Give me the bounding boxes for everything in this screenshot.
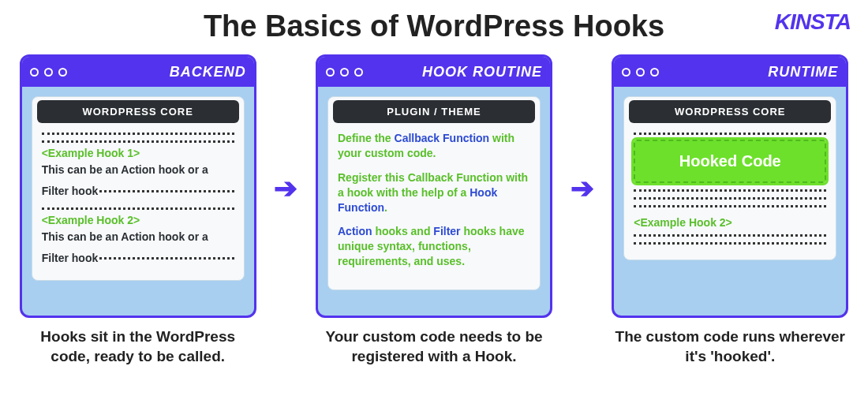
hook-desc-tail: Filter hook (42, 251, 99, 266)
code-line (634, 188, 826, 192)
arrow-right-icon: ➔ (274, 172, 297, 205)
page-title: The Basics of WordPress Hooks (0, 0, 868, 43)
window-body: WORDPRESS CORE <Example Hook 1> This can… (22, 87, 254, 316)
routine-line-2: Register this Callback Function with a h… (338, 170, 530, 215)
brand-logo: KINSTA (775, 9, 851, 35)
titlebar-runtime: RUNTIME (614, 57, 846, 87)
code-line (42, 206, 234, 210)
routine-line-3: Action hooks and Filter hooks have uniqu… (338, 224, 530, 269)
hooked-code-badge: Hooked Code (634, 140, 826, 183)
window-dot-icon (636, 68, 645, 77)
hook-desc-line: Filter hook (42, 181, 234, 202)
routine-line-1: Define the Callback Function with your c… (338, 131, 530, 161)
inner-panel: WORDPRESS CORE <Example Hook 1> This can… (32, 96, 245, 281)
text-fragment: . (384, 201, 387, 214)
filter-term: Filter (433, 225, 460, 237)
inner-header: WORDPRESS CORE (629, 100, 831, 123)
window-runtime: RUNTIME WORDPRESS CORE Hooked Code <Exam… (612, 54, 848, 318)
code-line (634, 196, 826, 200)
arrow-right-icon: ➔ (571, 172, 594, 205)
window-body: PLUGIN / THEME Define the Callback Funct… (318, 87, 550, 316)
code-line (634, 233, 826, 237)
hook-desc: This can be an Action hook or a (42, 230, 234, 245)
window-dot-icon (340, 68, 349, 77)
window-dot-icon (326, 68, 335, 77)
window-dot-icon (622, 68, 630, 77)
hook-desc: This can be an Action hook or a (42, 163, 234, 177)
text-fragment: Register this Callback Function with a h… (338, 171, 528, 199)
hook-desc-tail: Filter hook (42, 184, 99, 199)
dotted-fill (99, 190, 234, 192)
code-line (634, 204, 826, 207)
example-hook-2: <Example Hook 2> (634, 216, 826, 229)
window-dot-icon (58, 68, 67, 77)
code-line (634, 241, 826, 245)
arrow-2: ➔ (563, 54, 602, 323)
text-fragment: Define the (338, 132, 395, 144)
panel-caption: The custom code runs wherever it's 'hook… (612, 327, 848, 366)
inner-panel: WORDPRESS CORE Hooked Code <Example Hook… (623, 96, 836, 260)
panel-caption: Hooks sit in the WordPress code, ready t… (20, 327, 256, 366)
hook-desc-line: Filter hook (42, 248, 234, 269)
titlebar-label: RUNTIME (768, 64, 838, 80)
code-line (42, 131, 234, 135)
window-body: WORDPRESS CORE Hooked Code <Example Hook… (614, 87, 846, 316)
titlebar-hook-routine: HOOK ROUTINE (318, 57, 550, 87)
diagram-row: BACKEND WORDPRESS CORE <Example Hook 1> … (0, 54, 868, 366)
window-dot-icon (354, 68, 363, 77)
inner-header: WORDPRESS CORE (37, 100, 239, 123)
titlebar-label: HOOK ROUTINE (422, 64, 542, 80)
window-dot-icon (44, 68, 53, 77)
panel-backend: BACKEND WORDPRESS CORE <Example Hook 1> … (16, 54, 260, 366)
text-fragment: hooks and (372, 225, 434, 237)
window-backend: BACKEND WORDPRESS CORE <Example Hook 1> … (20, 54, 256, 318)
dotted-fill (99, 257, 234, 260)
inner-header: PLUGIN / THEME (333, 100, 535, 123)
example-hook-2: <Example Hook 2> (42, 214, 234, 226)
window-hook-routine: HOOK ROUTINE PLUGIN / THEME Define the C… (316, 54, 552, 318)
code-line (42, 139, 234, 143)
panel-runtime: RUNTIME WORDPRESS CORE Hooked Code <Exam… (608, 54, 852, 366)
inner-panel: PLUGIN / THEME Define the Callback Funct… (327, 96, 541, 290)
panel-hook-routine: HOOK ROUTINE PLUGIN / THEME Define the C… (312, 54, 556, 366)
example-hook-1: <Example Hook 1> (42, 147, 234, 159)
code-line (634, 131, 826, 135)
window-dot-icon (30, 68, 39, 77)
titlebar-backend: BACKEND (22, 57, 254, 87)
panel-caption: Your custom code needs to be registered … (316, 327, 552, 366)
action-term: Action (338, 225, 372, 237)
titlebar-label: BACKEND (170, 64, 246, 80)
arrow-1: ➔ (266, 54, 305, 323)
callback-function-term: Callback Function (395, 132, 490, 144)
window-dot-icon (650, 68, 659, 77)
